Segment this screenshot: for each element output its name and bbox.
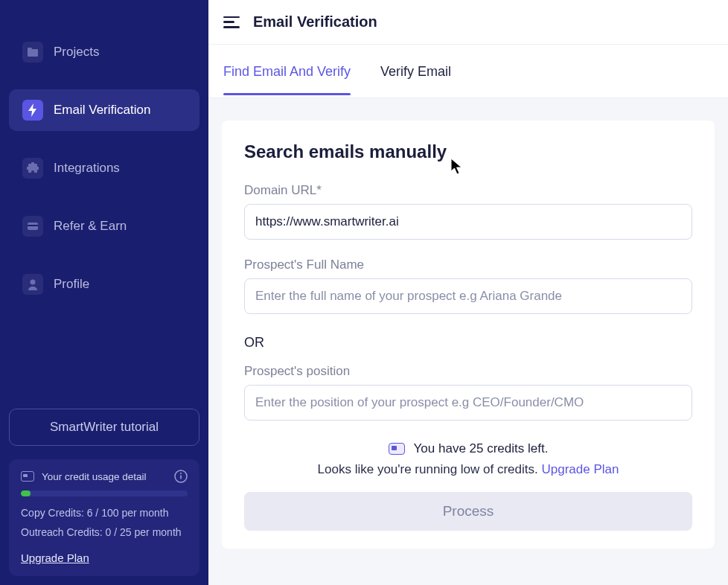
credit-usage-panel: Your credit usage detail Copy Credits: 6… xyxy=(9,459,199,576)
topbar: Email Verification xyxy=(208,0,728,45)
folder-icon xyxy=(22,42,43,63)
wallet-icon xyxy=(22,216,43,237)
user-icon xyxy=(22,274,43,295)
tutorial-button[interactable]: SmartWriter tutorial xyxy=(9,409,199,446)
info-icon[interactable] xyxy=(174,470,188,483)
page-title: Email Verification xyxy=(253,13,377,31)
menu-icon[interactable] xyxy=(223,16,240,28)
process-button[interactable]: Process xyxy=(244,492,692,531)
sidebar: Projects Email Verification Integrations… xyxy=(0,0,208,585)
process-button-label: Process xyxy=(443,503,494,519)
tab-label: Verify Email xyxy=(380,64,451,79)
low-credits-text: Looks like you're running low of credits… xyxy=(318,462,542,476)
credit-usage-title: Your credit usage detail xyxy=(42,471,147,482)
tab-find-email-and-verify[interactable]: Find Email And Verify xyxy=(223,48,351,95)
copy-credits-line: Copy Credits: 6 / 100 per month xyxy=(21,507,188,519)
sidebar-item-projects[interactable]: Projects xyxy=(9,31,199,73)
puzzle-icon xyxy=(22,158,43,179)
low-credits-line: Looks like you're running low of credits… xyxy=(244,462,692,477)
sidebar-item-label: Email Verification xyxy=(54,103,150,118)
credit-progress-fill xyxy=(21,490,31,496)
sidebar-nav: Projects Email Verification Integrations… xyxy=(9,31,199,305)
main-area: Email Verification Find Email And Verify… xyxy=(208,0,728,585)
sidebar-item-profile[interactable]: Profile xyxy=(9,263,199,305)
position-label: Prospect's position xyxy=(244,364,692,379)
domain-url-label: Domain URL* xyxy=(244,183,692,198)
sidebar-item-email-verification[interactable]: Email Verification xyxy=(9,89,199,131)
credits-badge-icon xyxy=(389,443,405,455)
svg-rect-4 xyxy=(180,476,182,479)
position-input[interactable] xyxy=(244,385,692,421)
outreach-credits-line: Outreach Credits: 0 / 25 per month xyxy=(21,526,188,538)
sidebar-item-integrations[interactable]: Integrations xyxy=(9,147,199,189)
svg-point-5 xyxy=(180,473,182,474)
tabs: Find Email And Verify Verify Email xyxy=(208,45,728,98)
bolt-icon xyxy=(22,100,43,121)
fullname-label: Prospect's Full Name xyxy=(244,258,692,272)
sidebar-item-refer-earn[interactable]: Refer & Earn xyxy=(9,205,199,247)
upgrade-plan-link[interactable]: Upgrade Plan xyxy=(21,552,89,564)
tab-verify-email[interactable]: Verify Email xyxy=(380,48,451,95)
svg-rect-1 xyxy=(28,225,38,226)
credits-remaining-row: You have 25 credits left. xyxy=(244,441,692,456)
tutorial-label: SmartWriter tutorial xyxy=(50,420,159,434)
search-emails-card: Search emails manually Domain URL* Prosp… xyxy=(222,121,715,549)
domain-url-input[interactable] xyxy=(244,204,692,240)
or-separator: OR xyxy=(244,335,692,351)
sidebar-item-label: Refer & Earn xyxy=(54,219,127,234)
sidebar-item-label: Integrations xyxy=(54,161,120,176)
credits-remaining-text: You have 25 credits left. xyxy=(414,441,549,456)
content: Search emails manually Domain URL* Prosp… xyxy=(208,98,728,578)
sidebar-item-label: Projects xyxy=(54,45,99,60)
credit-card-icon xyxy=(21,471,34,482)
svg-point-2 xyxy=(31,280,36,285)
tab-label: Find Email And Verify xyxy=(223,64,351,79)
fullname-input[interactable] xyxy=(244,278,692,314)
sidebar-item-label: Profile xyxy=(54,277,89,292)
credit-progress-bar xyxy=(21,490,188,496)
inline-upgrade-link[interactable]: Upgrade Plan xyxy=(541,462,619,476)
card-heading: Search emails manually xyxy=(244,141,692,162)
